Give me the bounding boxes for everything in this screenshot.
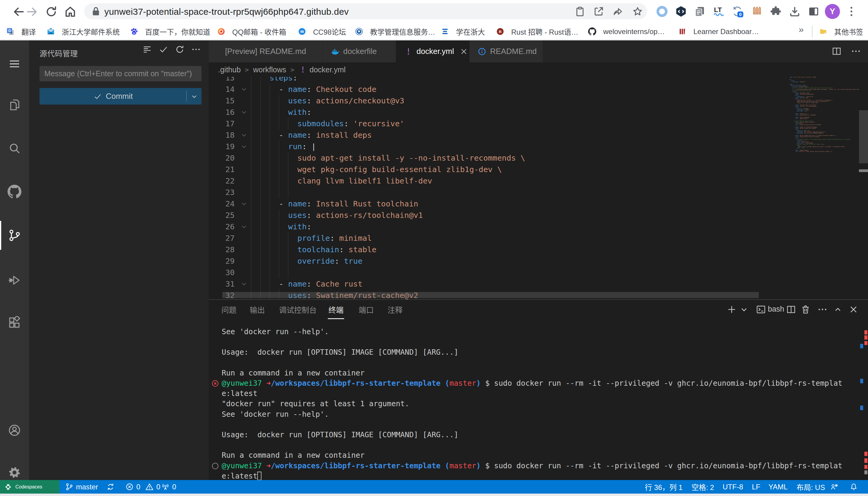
- bookmark-item[interactable]: Learner Dashboar…: [678, 24, 759, 40]
- sync-ext-icon[interactable]: 0: [731, 5, 744, 18]
- url-text[interactable]: yunwei37-potential-space-trout-rpr5qwj66…: [104, 3, 349, 19]
- list-flat-icon[interactable]: [142, 44, 152, 55]
- commit-button[interactable]: Commit: [40, 88, 201, 105]
- split-icon[interactable]: [831, 46, 842, 57]
- more-h-icon[interactable]: [191, 44, 201, 55]
- chevron-up-icon[interactable]: [833, 304, 843, 315]
- code-line[interactable]: 29 override: true: [209, 255, 868, 267]
- terminal-icon[interactable]: [755, 304, 766, 315]
- editor-tab[interactable]: [Preview] README.md: [209, 41, 323, 62]
- code-line[interactable]: 17 submodules: 'recursive': [209, 118, 868, 129]
- code-line[interactable]: 31 - name: Cache rust: [209, 278, 868, 290]
- editor-tab[interactable]: README.md: [469, 41, 543, 62]
- bookmark-item[interactable]: 98CC98论坛: [298, 24, 346, 40]
- breadcrumb-segment[interactable]: workflows: [253, 65, 286, 74]
- status-item-errors[interactable]: 00: [125, 480, 161, 494]
- bullets-icon[interactable]: [751, 5, 763, 18]
- code-editor[interactable]: 13 steps:14 - name: Checkout code15 uses…: [209, 77, 868, 299]
- bookmark-item[interactable]: du百度一下，你就知道: [130, 24, 210, 40]
- editor-vertical-scrollbar[interactable]: [859, 77, 868, 299]
- status-item-branch[interactable]: master: [65, 480, 98, 494]
- puzzle-icon[interactable]: [769, 5, 782, 18]
- status-item-language-mode[interactable]: YAML: [768, 480, 788, 494]
- close-icon[interactable]: [848, 304, 859, 315]
- code-line[interactable]: 15 uses: actions/checkout@v3: [209, 95, 868, 106]
- lock-icon[interactable]: [90, 6, 102, 17]
- terminal-command-decoration-pending-icon[interactable]: [211, 462, 219, 470]
- chevron-down-sm-icon[interactable]: [738, 304, 749, 315]
- editor-horizontal-scrollbar[interactable]: [222, 292, 759, 298]
- activity-item-menu[interactable]: [0, 49, 29, 78]
- minimap[interactable]: name: Build and publish docker imageon: …: [788, 77, 859, 299]
- status-item-indentation[interactable]: 空格: 2: [691, 480, 714, 494]
- code-line[interactable]: 18 - name: install deps: [209, 129, 868, 141]
- code-line[interactable]: 19 run: |: [209, 141, 868, 152]
- address-bar[interactable]: yunwei37-potential-space-trout-rpr5qwj66…: [84, 3, 647, 19]
- activity-item-github[interactable]: [0, 177, 29, 206]
- code-line[interactable]: 14 - name: Checkout code: [209, 83, 868, 95]
- commit-dropdown-button[interactable]: [187, 88, 201, 105]
- bookmark-item[interactable]: 教学管理信息服务…: [355, 24, 435, 40]
- code-line[interactable]: 13 steps:: [209, 77, 868, 83]
- activity-item-source-control[interactable]: [0, 221, 29, 250]
- bookmarks-overflow-chevron[interactable]: »: [799, 25, 804, 35]
- open-in-new-icon[interactable]: [593, 6, 604, 17]
- fold-chevron-icon[interactable]: [239, 199, 249, 208]
- code-line[interactable]: 30: [209, 267, 868, 278]
- fold-chevron-icon[interactable]: [239, 142, 249, 151]
- lt-icon[interactable]: LT: [713, 5, 725, 18]
- bookmark-item[interactable]: QQ邮箱 - 收件箱: [217, 24, 286, 40]
- activity-item-accounts[interactable]: [0, 416, 29, 445]
- code-line[interactable]: 16 with:: [209, 106, 868, 118]
- bookmark-item[interactable]: 学在浙大: [441, 24, 485, 40]
- editor-tab[interactable]: dockerfile: [323, 41, 396, 62]
- code-line[interactable]: 27 profile: minimal: [209, 232, 868, 244]
- plus-icon[interactable]: [726, 304, 737, 315]
- forward-icon[interactable]: [25, 5, 39, 18]
- other-bookmarks[interactable]: 其他书签: [819, 24, 863, 40]
- status-item-cursor-position[interactable]: 行 36，列 1: [645, 480, 683, 494]
- status-item-feedback[interactable]: [830, 480, 839, 494]
- remote-indicator[interactable]: Codespaces: [0, 480, 59, 494]
- bookmark-item[interactable]: weloveinterns/op…: [588, 24, 665, 40]
- code-line[interactable]: 28 toolchain: stable: [209, 244, 868, 255]
- activity-item-extensions[interactable]: [0, 309, 29, 338]
- activity-item-explorer[interactable]: [0, 90, 29, 119]
- reload-icon[interactable]: [45, 5, 58, 18]
- breadcrumb-segment[interactable]: .github: [218, 65, 241, 74]
- status-item-encoding[interactable]: UTF-8: [723, 480, 743, 494]
- terminal[interactable]: See 'docker run --help'.Usage: docker ru…: [209, 327, 868, 483]
- check-icon[interactable]: [158, 44, 169, 55]
- share-icon[interactable]: [612, 6, 624, 17]
- code-line[interactable]: 22 clang llvm libelf1 libelf-dev: [209, 175, 868, 187]
- breadcrumb-segment[interactable]: docker.yml: [310, 65, 345, 74]
- download-icon[interactable]: [788, 5, 801, 18]
- code-line[interactable]: 25 uses: actions-rs/toolchain@v1: [209, 210, 868, 221]
- code-line[interactable]: 20 sudo apt-get install -y --no-install-…: [209, 152, 868, 164]
- bookmark-item[interactable]: 浙江大学邮件系统: [47, 24, 120, 40]
- copies-icon[interactable]: [693, 5, 706, 18]
- ring-icon[interactable]: [656, 5, 668, 18]
- avatar[interactable]: Y: [825, 4, 840, 19]
- refresh-icon[interactable]: [175, 44, 185, 55]
- panel-tab[interactable]: 端口: [359, 304, 374, 317]
- panel-tab[interactable]: 问题: [221, 304, 237, 317]
- fold-chevron-icon[interactable]: [239, 222, 249, 231]
- more-h-icon[interactable]: [817, 304, 828, 315]
- more-h-icon[interactable]: [851, 46, 862, 57]
- back-icon[interactable]: [12, 5, 25, 18]
- fold-chevron-icon[interactable]: [239, 279, 249, 289]
- activity-item-run-and-debug[interactable]: [0, 266, 29, 295]
- code-line[interactable]: 21 wget pkg-config build-essential zlib1…: [209, 164, 868, 175]
- terminal-command-decoration-error-icon[interactable]: [211, 379, 219, 388]
- trash-icon[interactable]: [800, 304, 811, 315]
- clipboard-icon[interactable]: [574, 6, 586, 17]
- home-icon[interactable]: [64, 5, 77, 18]
- code-line[interactable]: 24 - name: Install Rust toolchain: [209, 198, 868, 210]
- panel-tab[interactable]: 终端: [328, 304, 344, 317]
- panel-tab[interactable]: 调试控制台: [279, 304, 317, 317]
- star-icon[interactable]: [632, 6, 643, 17]
- browser-menu-icon[interactable]: [845, 5, 858, 18]
- panel-tab[interactable]: 输出: [250, 304, 265, 317]
- status-item-keyboard-layout[interactable]: 布局: US: [796, 480, 825, 494]
